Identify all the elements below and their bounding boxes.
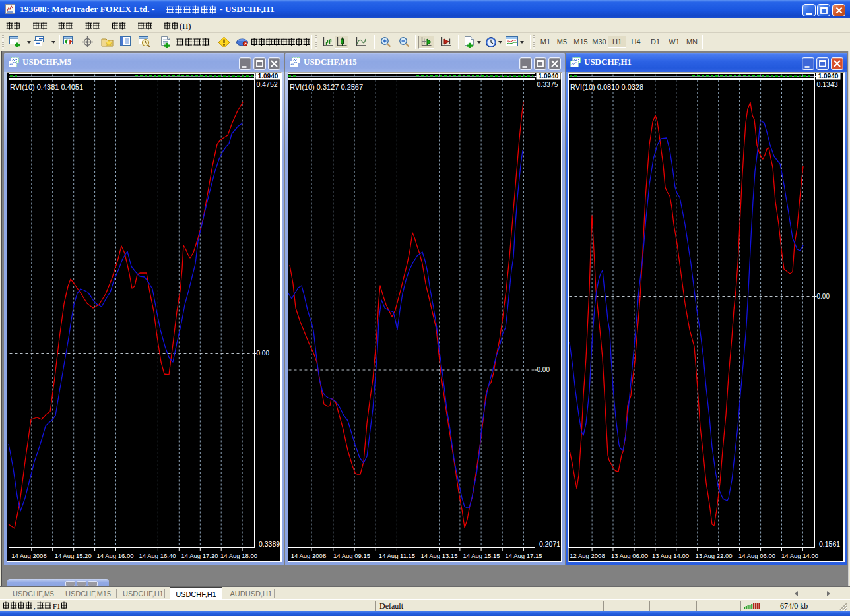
svg-text:(H): (H) (180, 22, 191, 31)
svg-text:193608: MetaTrader FOREX Ltd.: 193608: MetaTrader FOREX Ltd. - (20, 4, 155, 14)
svg-text:- USDCHF,H1: - USDCHF,H1 (220, 4, 275, 14)
svg-text:,: , (34, 602, 36, 610)
svg-text:F1: F1 (53, 602, 61, 610)
